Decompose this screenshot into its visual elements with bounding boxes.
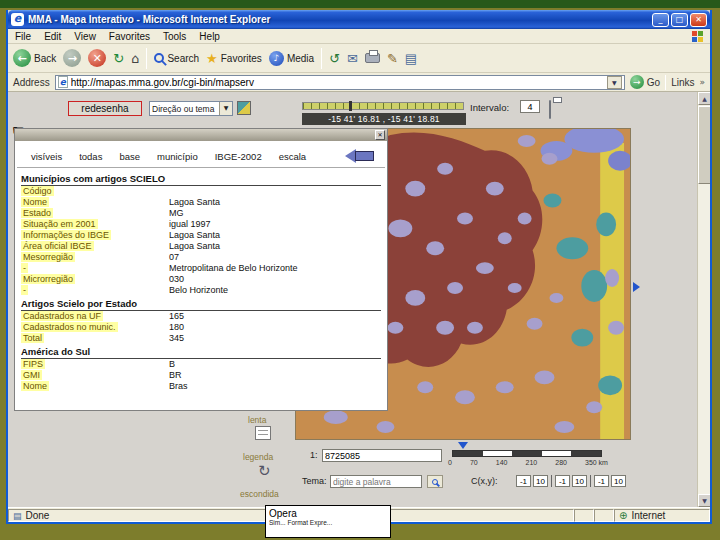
info-value: B [169, 359, 175, 370]
theme-search-button[interactable] [427, 475, 443, 488]
close-button[interactable]: ✕ [690, 13, 707, 27]
stop-button[interactable]: ✕ [88, 49, 106, 67]
hidden-toggle[interactable]: escondida [240, 489, 279, 499]
pan-east-arrow[interactable] [633, 282, 640, 292]
tab-base[interactable]: base [119, 151, 140, 162]
info-value: igual 1997 [169, 219, 211, 230]
menu-edit[interactable]: Edit [44, 31, 61, 42]
tab-visiveis[interactable]: visíveis [31, 151, 62, 162]
tooltip-popup: Opera Sim... Format Expre... [265, 505, 391, 538]
search-button[interactable]: Search [154, 53, 199, 64]
windows-logo-icon [692, 31, 703, 42]
maximize-button[interactable]: □ [671, 13, 688, 27]
legend-toggle[interactable]: legenda [243, 452, 273, 462]
interval-input[interactable] [520, 100, 540, 113]
info-label: Situação em 2001 [21, 219, 98, 229]
back-label: Back [34, 53, 56, 64]
info-row: GMIBR [21, 370, 381, 381]
info-row: NomeBras [21, 381, 381, 392]
info-label: Cadastrados na UF [21, 311, 103, 321]
info-section-title: Artigos Scielo por Estado [21, 298, 381, 311]
reference-map-icon[interactable] [255, 426, 271, 440]
menu-help[interactable]: Help [199, 31, 220, 42]
discuss-button[interactable]: ▤ [405, 51, 417, 66]
coord-input[interactable] [611, 475, 626, 487]
coord-input[interactable] [533, 475, 548, 487]
info-row: Informações do IBGELagoa Santa [21, 230, 381, 241]
menu-tools[interactable]: Tools [163, 31, 186, 42]
coord-input[interactable] [594, 475, 609, 487]
mail-button[interactable]: ✉ [347, 51, 358, 66]
favorites-label: Favorites [221, 53, 262, 64]
tab-escala[interactable]: escala [279, 151, 306, 162]
menu-file[interactable]: File [15, 31, 31, 42]
scrollbar-thumb[interactable] [698, 106, 710, 184]
scroll-down-arrow[interactable]: ▼ [698, 494, 710, 507]
discuss-icon: ▤ [405, 51, 417, 66]
layer-select[interactable]: Direção ou tema ▼ [149, 101, 233, 116]
toolbar: ← Back → ✕ ↻ ⌂ Search ★ Favorites [8, 44, 710, 73]
scroll-up-arrow[interactable]: ▲ [698, 92, 710, 105]
info-label: Área oficial IBGE [21, 241, 94, 251]
info-row: Área oficial IBGELagoa Santa [21, 241, 381, 252]
address-input[interactable] [71, 77, 604, 88]
coord-input[interactable] [516, 475, 531, 487]
history-button[interactable]: ↺ [329, 51, 340, 66]
window-title: MMA - Mapa Interativo - Microsoft Intern… [28, 14, 652, 25]
scale-tick: 280 [555, 459, 567, 466]
zoom-slider[interactable] [302, 102, 464, 110]
pan-south-arrow[interactable] [458, 442, 468, 449]
coord-input[interactable] [555, 475, 570, 487]
coord-input[interactable] [572, 475, 587, 487]
forward-button[interactable]: → [63, 49, 81, 67]
info-row: Cadastrados no munic.180 [21, 322, 381, 333]
history-icon: ↺ [329, 51, 340, 66]
layer-select-value: Direção ou tema [150, 104, 219, 114]
map-print-icon[interactable] [549, 100, 551, 119]
forward-icon: → [63, 49, 81, 67]
favorites-button[interactable]: ★ Favorites [206, 51, 262, 66]
links-label[interactable]: Links [671, 77, 694, 88]
home-button[interactable]: ⌂ [131, 51, 139, 66]
back-arrow-icon[interactable] [345, 149, 375, 163]
toolbar-separator [321, 48, 322, 69]
print-icon [365, 53, 380, 63]
media-icon: ♪ [269, 51, 284, 66]
window-titlebar: e MMA - Mapa Interativo - Microsoft Inte… [8, 10, 710, 29]
info-label: Cadastrados no munic. [21, 322, 118, 332]
tooltip-title: Opera [269, 508, 387, 519]
refresh-button[interactable]: ↻ [113, 51, 124, 66]
info-list: Municípios com artigos SCIELO Código Nom… [15, 168, 387, 392]
info-row: NomeLagoa Santa [21, 197, 381, 208]
popup-tabs: visíveis todas base município IBGE-2002 … [15, 141, 387, 167]
media-button[interactable]: ♪ Media [269, 51, 314, 66]
address-dropdown-button[interactable]: ▼ [607, 76, 622, 89]
scale-input[interactable] [322, 449, 442, 462]
reference-map-toggle[interactable]: lenta [248, 415, 266, 425]
back-button[interactable]: ← Back [13, 49, 56, 67]
info-value: Lagoa Santa [169, 241, 220, 252]
menu-favorites[interactable]: Favorites [109, 31, 150, 42]
vertical-scrollbar[interactable]: ▲ ▼ [697, 92, 710, 507]
slide-top-border [0, 0, 720, 8]
go-button[interactable]: → Go [630, 75, 660, 89]
mini-map-icon[interactable] [237, 101, 251, 115]
info-label: Nome [21, 381, 49, 391]
redraw-map-icon[interactable]: ↻ [258, 462, 271, 480]
zoom-slider-thumb[interactable] [349, 101, 352, 111]
tab-municipio[interactable]: município [157, 151, 198, 162]
edit-button[interactable]: ✎ [387, 51, 398, 66]
menu-view[interactable]: View [74, 31, 96, 42]
popup-close-icon[interactable]: ✕ [375, 130, 385, 140]
theme-search-input[interactable] [330, 475, 422, 488]
tab-todas[interactable]: todas [79, 151, 102, 162]
info-value: Lagoa Santa [169, 197, 220, 208]
minimize-button[interactable]: _ [652, 13, 669, 27]
scale-prefix: 1: [310, 450, 318, 460]
print-button[interactable] [365, 53, 380, 63]
redraw-button[interactable]: redesenha [68, 101, 142, 116]
toolbar-separator [146, 48, 147, 69]
info-value: 07 [169, 252, 179, 263]
tab-ibge[interactable]: IBGE-2002 [215, 151, 262, 162]
theme-label: Tema: [302, 476, 327, 486]
